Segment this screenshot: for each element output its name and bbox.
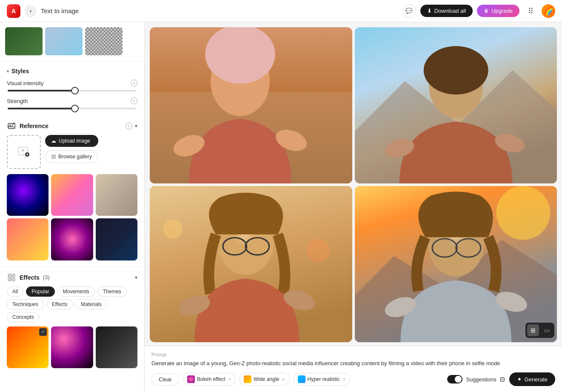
- download-icon: ⬇: [427, 8, 432, 14]
- svg-point-21: [163, 219, 183, 239]
- download-all-button[interactable]: ⬇ Download all: [420, 5, 473, 17]
- upgrade-button[interactable]: ♛ Upgrade: [477, 5, 519, 17]
- svg-rect-5: [12, 274, 15, 277]
- thumbnail-item[interactable]: [45, 27, 83, 55]
- wide-angle-tag[interactable]: Wide angle ×: [239, 373, 289, 386]
- wide-angle-remove-icon[interactable]: ×: [282, 377, 285, 382]
- filter-pill-techniques[interactable]: Techniques: [7, 299, 44, 309]
- effect-gallery-item[interactable]: ✓: [7, 326, 48, 368]
- reference-buttons: ☁ Upload image ⊡ Browse gallery: [45, 135, 98, 163]
- generate-button[interactable]: ✦ Generate: [509, 372, 555, 386]
- bokeh-remove-icon[interactable]: ×: [228, 377, 231, 382]
- suggestions-toggle: Suggestions ⊡: [447, 375, 505, 383]
- filter-pill-materials[interactable]: Materials: [75, 299, 107, 309]
- visual-intensity-info-icon[interactable]: i: [131, 80, 137, 86]
- suggestions-toggle-track[interactable]: [447, 375, 462, 383]
- upload-icon: ☁: [51, 138, 56, 144]
- reference-chevron-icon[interactable]: ▾: [135, 123, 137, 129]
- strength-track[interactable]: [8, 108, 137, 109]
- view-controls: ⊞ ▭: [525, 323, 554, 338]
- image-card-3[interactable]: [150, 186, 352, 342]
- back-button[interactable]: ‹: [25, 5, 37, 17]
- effect-gallery-item[interactable]: [96, 326, 137, 368]
- sidebar: ▾ Styles Visual intensity i Strength: [0, 22, 145, 392]
- reference-info-icon[interactable]: i: [126, 123, 132, 129]
- thumbnail-item[interactable]: [85, 27, 123, 55]
- reference-gallery-item[interactable]: [96, 218, 137, 260]
- main-layout: ▾ Styles Visual intensity i Strength: [0, 22, 562, 392]
- filter-pill-themes[interactable]: Themes: [97, 286, 127, 297]
- svg-rect-6: [8, 278, 11, 281]
- reference-gallery-item[interactable]: [51, 174, 93, 216]
- user-avatar[interactable]: 🌈: [542, 4, 555, 18]
- reference-gallery: [7, 174, 137, 260]
- app-header: A ‹ Text to image 💬 ⬇ Download all ♛ Upg…: [0, 0, 562, 22]
- header-left: A ‹ Text to image: [7, 4, 79, 18]
- filter-pill-concepts[interactable]: Concepts: [7, 312, 40, 322]
- effects-chevron-icon[interactable]: ▾: [135, 275, 137, 280]
- strength-slider-group: Strength i: [7, 97, 137, 109]
- thumbnail-item[interactable]: [5, 27, 43, 55]
- filter-pill-movements[interactable]: Movements: [57, 286, 95, 297]
- styles-section: ▾ Styles Visual intensity i Strength: [0, 62, 144, 121]
- wide-angle-label: Wide angle: [254, 376, 279, 382]
- effect-gallery-item[interactable]: [51, 326, 93, 368]
- svg-point-17: [423, 46, 488, 94]
- chat-button[interactable]: 💬: [402, 4, 416, 18]
- clear-button[interactable]: Clear: [151, 373, 179, 386]
- bokeh-effect-icon: [187, 375, 195, 383]
- visual-intensity-slider-group: Visual intensity i: [7, 80, 137, 92]
- reference-upload-area: ☁ Upload image ⊡ Browse gallery: [7, 135, 137, 169]
- effects-section: Effects (3) ▾ All Popular Movements Them…: [0, 266, 144, 374]
- grid-view-button[interactable]: ⊞: [527, 324, 539, 336]
- image-card-2[interactable]: [355, 27, 557, 183]
- hyper-realistic-tag[interactable]: Hyper realistic ×: [293, 373, 350, 386]
- suggestions-label: Suggestions: [466, 376, 496, 383]
- reference-section: Reference i ▾: [0, 121, 144, 266]
- chat-icon: 💬: [405, 8, 413, 14]
- app-logo: A: [7, 4, 20, 18]
- reference-title-group: Reference: [7, 121, 48, 131]
- thumbnail-strip: [0, 22, 144, 62]
- reference-gallery-item[interactable]: [96, 174, 137, 216]
- styles-section-header[interactable]: ▾ Styles: [7, 68, 137, 74]
- upload-image-button[interactable]: ☁ Upload image: [45, 135, 98, 147]
- strength-info-icon[interactable]: i: [131, 97, 137, 104]
- page-title: Text to image: [41, 7, 79, 14]
- reference-gallery-item[interactable]: [7, 218, 48, 260]
- bokeh-effect-label: Bokeh effect: [197, 376, 225, 382]
- filter-pill-effects[interactable]: Effects: [46, 299, 73, 309]
- reference-drop-zone[interactable]: [7, 135, 41, 169]
- filter-pill-popular[interactable]: Popular: [26, 286, 54, 297]
- apps-grid-button[interactable]: ⠿: [524, 4, 537, 18]
- visual-intensity-track[interactable]: [8, 90, 137, 92]
- reference-gallery-item[interactable]: [51, 218, 93, 260]
- prompt-text: Generate an image of a young, Gen-Z phot…: [151, 360, 555, 367]
- prompt-label: Prompt: [151, 352, 555, 357]
- effects-title-group: Effects (3): [7, 273, 50, 282]
- hyper-realistic-icon: [298, 375, 305, 383]
- header-right: 💬 ⬇ Download all ♛ Upgrade ⠿ 🌈: [402, 4, 555, 18]
- browse-gallery-button[interactable]: ⊡ Browse gallery: [45, 150, 98, 163]
- generate-icon: ✦: [517, 376, 522, 383]
- effects-title: Effects: [20, 274, 40, 281]
- hyper-realistic-remove-icon[interactable]: ×: [343, 377, 345, 382]
- hyper-realistic-label: Hyper realistic: [308, 376, 340, 382]
- reference-gallery-item[interactable]: [7, 174, 48, 216]
- image-grid: ⊞ ▭: [145, 22, 562, 346]
- effects-header[interactable]: Effects (3) ▾: [7, 273, 137, 282]
- effects-icon: [7, 273, 16, 282]
- bokeh-effect-tag[interactable]: Bokeh effect ×: [183, 373, 236, 386]
- reference-icon: [7, 121, 16, 131]
- strength-label: Strength: [7, 98, 28, 104]
- image-card-4[interactable]: [355, 186, 557, 342]
- single-view-button[interactable]: ▭: [541, 324, 553, 336]
- filter-pill-all[interactable]: All: [7, 286, 23, 297]
- chevron-icon: ▾: [7, 69, 9, 74]
- selected-checkmark: ✓: [39, 328, 47, 336]
- reference-controls: i ▾: [126, 123, 137, 129]
- prompt-actions: Clear Bokeh effect × Wide angle × Hyper …: [151, 372, 555, 386]
- visual-intensity-label: Visual intensity: [7, 80, 43, 86]
- svg-point-11: [205, 27, 275, 84]
- image-card-1[interactable]: [150, 27, 352, 183]
